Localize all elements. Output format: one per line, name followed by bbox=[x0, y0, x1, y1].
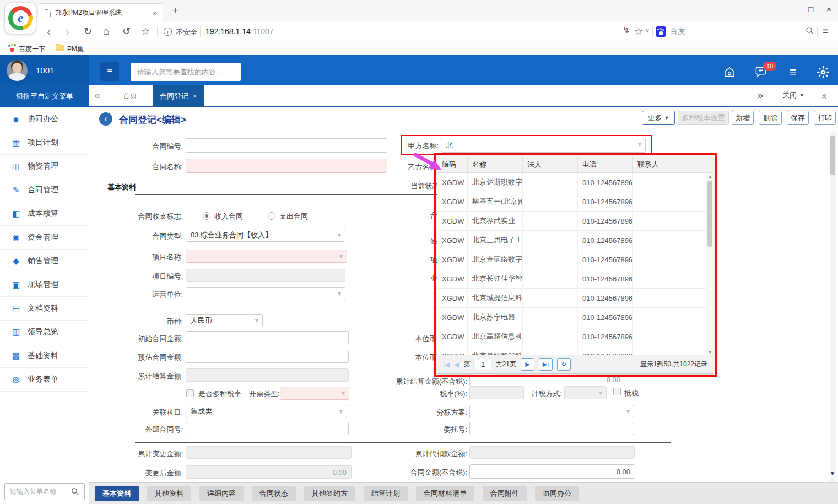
op-unit-select[interactable] bbox=[186, 287, 345, 300]
acc-settle-notax-input[interactable]: 0.00 bbox=[469, 373, 625, 386]
baidu-logo-icon[interactable] bbox=[656, 26, 666, 37]
home-icon[interactable] bbox=[722, 64, 737, 80]
sidebar-item[interactable]: ◫ 物资管理 bbox=[0, 155, 89, 178]
bottom-tab[interactable]: 其他资料 bbox=[147, 486, 191, 501]
bookmark-item[interactable]: PM集 bbox=[67, 45, 84, 54]
close-tabs-dropdown[interactable]: 关闭 ▼ bbox=[782, 90, 804, 100]
pager-page-input[interactable]: 1 bbox=[475, 359, 491, 370]
amount-notax-input[interactable]: 0.00 bbox=[469, 464, 635, 479]
collapse-up-icon[interactable]: » bbox=[818, 94, 829, 99]
popup-table-row[interactable]: XGDW 北京苏宁电器 010-124567896 bbox=[437, 308, 706, 327]
sidebar-item[interactable]: ▤ 文档资料 bbox=[0, 297, 89, 321]
bid-plan-select[interactable] bbox=[469, 405, 634, 418]
expense-contract-radio[interactable] bbox=[268, 212, 275, 220]
avatar[interactable] bbox=[7, 60, 28, 81]
sidebar-item[interactable]: ▥ 领导总览 bbox=[0, 321, 89, 344]
nav-back-icon[interactable]: ‹ bbox=[47, 25, 51, 37]
entrust-no-input[interactable] bbox=[469, 422, 634, 435]
acc-withhold-input[interactable] bbox=[469, 446, 635, 459]
pager-next-button[interactable]: ▶ bbox=[521, 358, 534, 371]
sidebar-item[interactable]: ◧ 成本核算 bbox=[0, 202, 89, 226]
tax-method-select[interactable] bbox=[564, 386, 607, 399]
sidebar-item[interactable]: ◉ 资金管理 bbox=[0, 226, 89, 250]
popup-table-row[interactable]: XGDW 北京赢耀信息科技 010-124567896 bbox=[437, 327, 706, 346]
invoice-type-select[interactable] bbox=[280, 387, 349, 400]
user-panel[interactable]: 1001 bbox=[0, 55, 89, 85]
popup-table-row[interactable]: XGDW 北京界武实业 010-124567896 bbox=[437, 212, 706, 231]
project-no-input[interactable] bbox=[186, 269, 345, 282]
site-info-icon[interactable]: i bbox=[164, 28, 172, 36]
undo-icon[interactable]: ↺ bbox=[122, 26, 131, 36]
expense-contract-option[interactable]: 支出合同 bbox=[279, 212, 308, 221]
currency-select[interactable]: 人民币 bbox=[186, 314, 263, 327]
bottom-tab[interactable]: 协同办公 bbox=[535, 486, 579, 501]
sidebar-item[interactable]: ▩ 基础资料 bbox=[0, 344, 89, 368]
bottom-tab[interactable]: 合同附件 bbox=[483, 486, 527, 501]
pager-first-icon[interactable]: |◀ bbox=[443, 361, 450, 368]
menu-switch-button[interactable]: 切换至自定义菜单 bbox=[0, 85, 89, 107]
pager-last-button[interactable]: ▶| bbox=[539, 358, 553, 371]
search-icon[interactable] bbox=[805, 26, 814, 37]
home-nav-icon[interactable]: ⌂ bbox=[103, 26, 109, 36]
bottom-tab[interactable]: 基本资料 bbox=[95, 486, 139, 501]
party-a-combo[interactable]: 北 bbox=[441, 138, 646, 153]
browser-menu-icon[interactable]: ≡ bbox=[823, 26, 829, 36]
pager-prev-icon[interactable]: ◀ bbox=[454, 361, 459, 368]
rel-subject-select[interactable]: 集成类 bbox=[186, 405, 347, 418]
page-scrollbar[interactable] bbox=[830, 132, 836, 482]
tab-home[interactable]: 首页 bbox=[113, 85, 147, 106]
popup-table-row[interactable]: XGDW 北京达斯琪数字科 010-124567896 bbox=[437, 173, 706, 192]
contract-name-input[interactable] bbox=[186, 159, 387, 173]
browser-logo[interactable]: e bbox=[5, 3, 36, 34]
delete-button[interactable]: 删除 bbox=[759, 111, 782, 125]
search-icon[interactable] bbox=[71, 487, 79, 496]
tabs-rewind-icon[interactable]: « bbox=[94, 89, 100, 101]
url-text[interactable]: 192.168.1.14:11007 bbox=[206, 27, 274, 36]
new-tab-button[interactable]: + bbox=[172, 4, 179, 17]
bottom-tab[interactable]: 合同材料清单 bbox=[416, 486, 474, 501]
multi-tax-button[interactable]: 多种税率设置 bbox=[678, 111, 729, 125]
ext-contract-no-input[interactable] bbox=[186, 422, 349, 435]
popup-table-row[interactable]: XGDW 榕基五一(北京)信 010-124567896 bbox=[437, 192, 706, 212]
after-change-input[interactable]: 0.00 bbox=[186, 465, 352, 479]
scroll-up-icon[interactable]: ▲ bbox=[708, 174, 712, 179]
bottom-tab[interactable]: 详细内容 bbox=[199, 486, 244, 501]
search-engine-placeholder[interactable]: 百度 bbox=[670, 27, 685, 35]
acc-change-input[interactable] bbox=[186, 446, 352, 459]
deduct-tax-checkbox[interactable] bbox=[613, 388, 621, 395]
sidebar-item[interactable]: ▣ 现场管理 bbox=[0, 273, 89, 297]
popup-table-row[interactable]: XGDW 北京长虹佳华智能 010-124567896 bbox=[437, 269, 706, 289]
close-button[interactable]: × bbox=[826, 4, 831, 14]
sidebar-item[interactable]: ✎ 合同管理 bbox=[0, 178, 89, 202]
popup-table-row[interactable]: XGDW 北京金蓝络数字科 010-124567896 bbox=[437, 250, 706, 269]
popup-table-row[interactable]: XGDW 北京城提信息科技 010-124567896 bbox=[437, 289, 706, 308]
tab-close-icon[interactable]: × bbox=[153, 9, 157, 18]
save-button[interactable]: 保存 bbox=[787, 111, 809, 125]
back-button[interactable]: ‹ bbox=[99, 112, 112, 126]
menu-toggle-button[interactable]: ≡ bbox=[100, 62, 119, 81]
bottom-tab[interactable]: 结算计划 bbox=[364, 486, 408, 501]
contract-no-input[interactable] bbox=[186, 138, 387, 153]
print-button[interactable]: 打印 bbox=[814, 111, 836, 125]
init-amount-input[interactable] bbox=[186, 331, 349, 344]
menu-search-input[interactable]: 请输入菜单名称 bbox=[4, 483, 85, 500]
maximize-button[interactable]: □ bbox=[808, 4, 813, 14]
tab-contract-register[interactable]: 合同登记 × bbox=[153, 85, 204, 107]
contract-type-select[interactable]: 03.综合业务合同【收入】 bbox=[186, 229, 345, 242]
global-search-input[interactable]: 请输入您需要查找的内容 ... bbox=[131, 63, 241, 81]
nav-forward-icon[interactable]: › bbox=[66, 25, 69, 37]
popup-scrollbar[interactable]: ▲ ▼ bbox=[706, 173, 713, 356]
tab-close-icon[interactable]: × bbox=[193, 93, 197, 100]
sidebar-item[interactable]: ☻ 协同办公 bbox=[0, 107, 89, 131]
tax-rate-input[interactable] bbox=[469, 386, 524, 399]
project-name-select[interactable] bbox=[186, 250, 347, 263]
bottom-tab[interactable]: 合同状态 bbox=[252, 486, 296, 501]
multi-tax-checkbox[interactable] bbox=[186, 389, 194, 397]
favorite-star-icon[interactable]: ☆ bbox=[634, 26, 643, 36]
bottom-tab[interactable]: 其他签约方 bbox=[304, 486, 355, 501]
income-contract-radio[interactable] bbox=[203, 212, 210, 220]
chevron-down-icon[interactable]: ∨ bbox=[645, 28, 650, 34]
more-button[interactable]: 更多▼ bbox=[642, 111, 675, 125]
tabs-forward-icon[interactable]: » bbox=[758, 90, 763, 101]
popup-table-row[interactable]: XGDW 北京三思电子工程 010-124567896 bbox=[437, 231, 706, 250]
